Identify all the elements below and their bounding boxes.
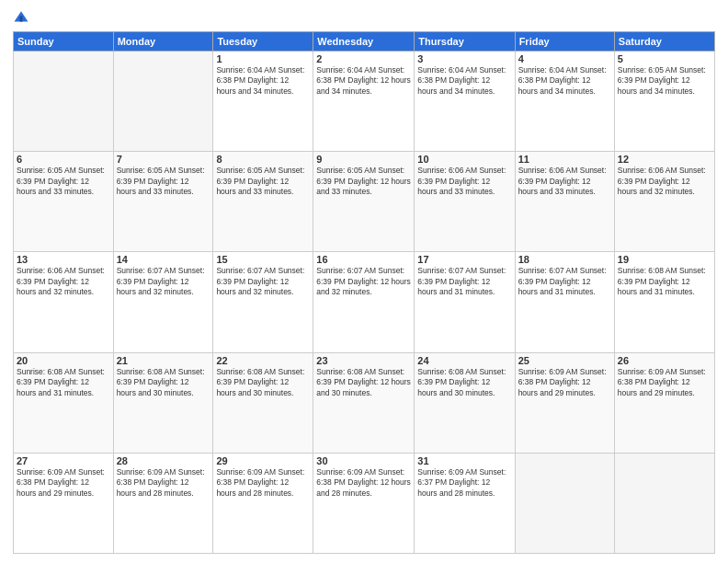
- calendar-cell: 20Sunrise: 6:08 AM Sunset: 6:39 PM Dayli…: [14, 352, 114, 453]
- calendar-cell: 8Sunrise: 6:05 AM Sunset: 6:39 PM Daylig…: [213, 152, 313, 252]
- calendar-cell: 26Sunrise: 6:09 AM Sunset: 6:38 PM Dayli…: [614, 352, 714, 453]
- day-number: 30: [316, 455, 411, 466]
- calendar-cell: 14Sunrise: 6:07 AM Sunset: 6:39 PM Dayli…: [113, 252, 213, 352]
- day-number: 27: [17, 455, 110, 466]
- calendar-cell: 25Sunrise: 6:09 AM Sunset: 6:38 PM Dayli…: [515, 352, 614, 453]
- calendar-cell: 28Sunrise: 6:09 AM Sunset: 6:38 PM Dayli…: [113, 453, 213, 553]
- day-number: 19: [618, 254, 711, 265]
- weekday-header-wednesday: Wednesday: [313, 32, 415, 52]
- day-info: Sunrise: 6:05 AM Sunset: 6:39 PM Dayligh…: [316, 166, 411, 197]
- day-info: Sunrise: 6:06 AM Sunset: 6:39 PM Dayligh…: [417, 166, 511, 197]
- day-number: 7: [117, 154, 210, 165]
- calendar-cell: 11Sunrise: 6:06 AM Sunset: 6:39 PM Dayli…: [515, 152, 614, 252]
- day-number: 17: [417, 254, 511, 265]
- day-number: 28: [117, 455, 210, 466]
- day-number: 8: [216, 154, 310, 165]
- calendar-cell: 6Sunrise: 6:05 AM Sunset: 6:39 PM Daylig…: [14, 152, 114, 252]
- day-number: 20: [17, 355, 110, 366]
- calendar-cell: [113, 52, 213, 152]
- day-info: Sunrise: 6:07 AM Sunset: 6:39 PM Dayligh…: [216, 266, 310, 297]
- day-info: Sunrise: 6:09 AM Sunset: 6:38 PM Dayligh…: [117, 467, 210, 499]
- day-info: Sunrise: 6:04 AM Sunset: 6:38 PM Dayligh…: [216, 65, 310, 97]
- calendar-cell: 23Sunrise: 6:08 AM Sunset: 6:39 PM Dayli…: [313, 352, 415, 453]
- calendar-cell: 21Sunrise: 6:08 AM Sunset: 6:39 PM Dayli…: [113, 352, 213, 453]
- logo: [13, 9, 31, 26]
- calendar-cell: 3Sunrise: 6:04 AM Sunset: 6:38 PM Daylig…: [415, 52, 515, 152]
- day-number: 6: [17, 154, 110, 165]
- calendar-table: SundayMondayTuesdayWednesdayThursdayFrid…: [13, 31, 715, 554]
- weekday-header-saturday: Saturday: [614, 32, 714, 52]
- day-number: 1: [216, 53, 310, 64]
- day-info: Sunrise: 6:04 AM Sunset: 6:38 PM Dayligh…: [518, 65, 611, 97]
- weekday-header-sunday: Sunday: [14, 32, 114, 52]
- weekday-header-friday: Friday: [515, 32, 614, 52]
- calendar-cell: 5Sunrise: 6:05 AM Sunset: 6:39 PM Daylig…: [614, 52, 714, 152]
- day-number: 4: [518, 53, 611, 64]
- calendar-cell: 1Sunrise: 6:04 AM Sunset: 6:38 PM Daylig…: [213, 52, 313, 152]
- day-info: Sunrise: 6:07 AM Sunset: 6:39 PM Dayligh…: [117, 266, 210, 297]
- calendar-cell: 31Sunrise: 6:09 AM Sunset: 6:37 PM Dayli…: [415, 453, 515, 553]
- day-info: Sunrise: 6:04 AM Sunset: 6:38 PM Dayligh…: [316, 65, 411, 97]
- day-info: Sunrise: 6:09 AM Sunset: 6:37 PM Dayligh…: [417, 467, 511, 499]
- weekday-header-thursday: Thursday: [415, 32, 515, 52]
- day-info: Sunrise: 6:08 AM Sunset: 6:39 PM Dayligh…: [417, 367, 511, 398]
- calendar-cell: 9Sunrise: 6:05 AM Sunset: 6:39 PM Daylig…: [313, 152, 415, 252]
- day-info: Sunrise: 6:05 AM Sunset: 6:39 PM Dayligh…: [618, 65, 711, 97]
- day-number: 18: [518, 254, 611, 265]
- day-info: Sunrise: 6:09 AM Sunset: 6:38 PM Dayligh…: [316, 467, 411, 499]
- day-info: Sunrise: 6:08 AM Sunset: 6:39 PM Dayligh…: [216, 367, 310, 398]
- day-number: 23: [316, 355, 411, 366]
- day-info: Sunrise: 6:07 AM Sunset: 6:39 PM Dayligh…: [316, 266, 411, 297]
- day-number: 22: [216, 355, 310, 366]
- day-number: 15: [216, 254, 310, 265]
- day-number: 16: [316, 254, 411, 265]
- day-info: Sunrise: 6:08 AM Sunset: 6:39 PM Dayligh…: [17, 367, 110, 398]
- day-info: Sunrise: 6:05 AM Sunset: 6:39 PM Dayligh…: [216, 166, 310, 197]
- calendar-week-row: 20Sunrise: 6:08 AM Sunset: 6:39 PM Dayli…: [14, 352, 715, 453]
- day-number: 11: [518, 154, 611, 165]
- calendar-cell: [14, 52, 114, 152]
- logo-icon: [13, 9, 29, 26]
- day-number: 12: [618, 154, 711, 165]
- day-number: 21: [117, 355, 210, 366]
- calendar-cell: 15Sunrise: 6:07 AM Sunset: 6:39 PM Dayli…: [213, 252, 313, 352]
- day-number: 5: [618, 53, 711, 64]
- day-info: Sunrise: 6:09 AM Sunset: 6:38 PM Dayligh…: [618, 367, 711, 398]
- calendar-cell: 13Sunrise: 6:06 AM Sunset: 6:39 PM Dayli…: [14, 252, 114, 352]
- calendar-cell: 19Sunrise: 6:08 AM Sunset: 6:39 PM Dayli…: [614, 252, 714, 352]
- page: SundayMondayTuesdayWednesdayThursdayFrid…: [0, 0, 728, 563]
- day-info: Sunrise: 6:09 AM Sunset: 6:38 PM Dayligh…: [216, 467, 310, 499]
- calendar-cell: 24Sunrise: 6:08 AM Sunset: 6:39 PM Dayli…: [415, 352, 515, 453]
- calendar-week-row: 13Sunrise: 6:06 AM Sunset: 6:39 PM Dayli…: [14, 252, 715, 352]
- header: [13, 9, 715, 26]
- calendar-cell: 27Sunrise: 6:09 AM Sunset: 6:38 PM Dayli…: [14, 453, 114, 553]
- weekday-header-monday: Monday: [113, 32, 213, 52]
- calendar-cell: 2Sunrise: 6:04 AM Sunset: 6:38 PM Daylig…: [313, 52, 415, 152]
- day-number: 26: [618, 355, 711, 366]
- day-number: 25: [518, 355, 611, 366]
- calendar-cell: 12Sunrise: 6:06 AM Sunset: 6:39 PM Dayli…: [614, 152, 714, 252]
- day-info: Sunrise: 6:08 AM Sunset: 6:39 PM Dayligh…: [117, 367, 210, 398]
- calendar-cell: 10Sunrise: 6:06 AM Sunset: 6:39 PM Dayli…: [415, 152, 515, 252]
- calendar-header-row: SundayMondayTuesdayWednesdayThursdayFrid…: [14, 32, 715, 52]
- day-number: 3: [417, 53, 511, 64]
- day-info: Sunrise: 6:07 AM Sunset: 6:39 PM Dayligh…: [518, 266, 611, 297]
- day-info: Sunrise: 6:09 AM Sunset: 6:38 PM Dayligh…: [518, 367, 611, 398]
- day-info: Sunrise: 6:06 AM Sunset: 6:39 PM Dayligh…: [17, 266, 110, 297]
- calendar-cell: [614, 453, 714, 553]
- day-info: Sunrise: 6:08 AM Sunset: 6:39 PM Dayligh…: [618, 266, 711, 297]
- calendar-cell: 4Sunrise: 6:04 AM Sunset: 6:38 PM Daylig…: [515, 52, 614, 152]
- calendar-cell: 22Sunrise: 6:08 AM Sunset: 6:39 PM Dayli…: [213, 352, 313, 453]
- day-info: Sunrise: 6:06 AM Sunset: 6:39 PM Dayligh…: [618, 166, 711, 197]
- calendar-week-row: 27Sunrise: 6:09 AM Sunset: 6:38 PM Dayli…: [14, 453, 715, 553]
- calendar-cell: 7Sunrise: 6:05 AM Sunset: 6:39 PM Daylig…: [113, 152, 213, 252]
- day-number: 10: [417, 154, 511, 165]
- calendar-cell: 29Sunrise: 6:09 AM Sunset: 6:38 PM Dayli…: [213, 453, 313, 553]
- calendar-cell: [515, 453, 614, 553]
- day-number: 24: [417, 355, 511, 366]
- calendar-cell: 16Sunrise: 6:07 AM Sunset: 6:39 PM Dayli…: [313, 252, 415, 352]
- day-info: Sunrise: 6:07 AM Sunset: 6:39 PM Dayligh…: [417, 266, 511, 297]
- day-number: 29: [216, 455, 310, 466]
- day-number: 2: [316, 53, 411, 64]
- calendar-cell: 18Sunrise: 6:07 AM Sunset: 6:39 PM Dayli…: [515, 252, 614, 352]
